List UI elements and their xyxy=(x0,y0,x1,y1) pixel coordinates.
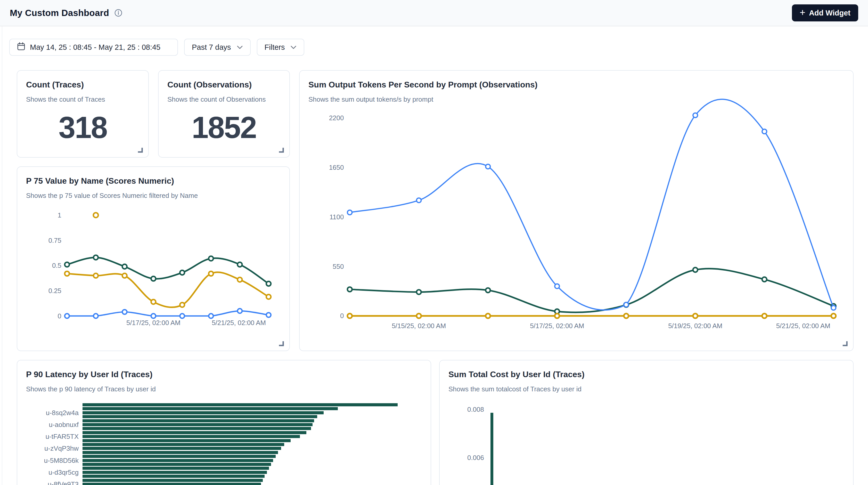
y-axis-category-label: u-d3qr5cg xyxy=(21,468,79,477)
bar[interactable] xyxy=(83,475,265,478)
data-point-score-series-blue[interactable] xyxy=(94,314,98,319)
data-point-score-series-green[interactable] xyxy=(122,264,127,269)
bar[interactable] xyxy=(83,439,290,442)
data-point-score-series-green[interactable] xyxy=(94,255,98,260)
data-point-score-series-gold[interactable] xyxy=(238,277,242,282)
bar[interactable] xyxy=(83,467,269,470)
data-point-prompt-series-green[interactable] xyxy=(762,277,767,282)
x-axis-tick-label: 5/21/25, 02:00 AM xyxy=(212,319,266,326)
y-axis-tick-label: 0 xyxy=(340,312,344,320)
data-point-prompt-series-blue[interactable] xyxy=(624,302,628,307)
data-point-score-single-point-gold[interactable] xyxy=(93,213,98,218)
data-point-score-series-gold[interactable] xyxy=(267,295,271,299)
time-preset-dropdown[interactable]: Past 7 days xyxy=(184,39,251,56)
date-range-picker[interactable]: May 14, 25 : 08:45 - May 21, 25 : 08:45 xyxy=(9,39,178,56)
filters-label: Filters xyxy=(265,43,285,52)
bar[interactable] xyxy=(83,427,311,430)
data-point-score-series-gold[interactable] xyxy=(94,273,98,278)
data-point-prompt-series-gold[interactable] xyxy=(416,314,421,319)
line-chart-p75-by-name[interactable]: 10.750.50.2505/17/25, 02:00 AM5/21/25, 0… xyxy=(17,167,289,351)
bar[interactable] xyxy=(83,455,276,458)
resize-handle-icon[interactable] xyxy=(277,146,285,153)
y-axis-tick-label: 0.006 xyxy=(440,454,484,462)
data-point-score-series-green[interactable] xyxy=(267,281,271,286)
bar[interactable] xyxy=(83,403,398,406)
data-point-score-series-blue[interactable] xyxy=(267,313,271,317)
data-point-score-series-blue[interactable] xyxy=(209,314,213,319)
filters-dropdown[interactable]: Filters xyxy=(257,39,305,56)
bar[interactable] xyxy=(83,423,313,426)
data-point-score-series-green[interactable] xyxy=(65,262,69,267)
data-point-prompt-series-blue[interactable] xyxy=(347,210,352,215)
bar[interactable] xyxy=(83,431,306,434)
data-point-score-series-gold[interactable] xyxy=(209,271,213,276)
bar[interactable] xyxy=(83,459,273,462)
time-preset-value: Past 7 days xyxy=(192,43,231,52)
x-axis-tick-label: 5/15/25, 02:00 AM xyxy=(392,322,446,329)
data-point-score-series-blue[interactable] xyxy=(122,310,127,314)
bar[interactable] xyxy=(83,471,267,474)
resize-handle-icon[interactable] xyxy=(841,340,848,347)
data-point-prompt-series-gold[interactable] xyxy=(555,314,559,319)
data-point-prompt-series-green[interactable] xyxy=(486,288,490,293)
y-axis-tick-label: 1650 xyxy=(329,164,344,171)
info-icon[interactable] xyxy=(114,9,123,17)
data-point-score-series-green[interactable] xyxy=(180,270,185,275)
y-axis-category-label: u-5M8D56k xyxy=(21,457,79,465)
data-point-prompt-series-gold[interactable] xyxy=(762,314,767,319)
data-point-prompt-series-blue[interactable] xyxy=(555,284,559,289)
add-widget-button[interactable]: + Add Widget xyxy=(792,4,858,22)
data-point-prompt-series-gold[interactable] xyxy=(347,314,352,319)
data-point-score-series-gold[interactable] xyxy=(122,273,127,278)
y-axis-tick-label: 1100 xyxy=(330,213,344,220)
data-point-score-series-gold[interactable] xyxy=(180,303,185,307)
bar[interactable] xyxy=(491,413,493,485)
data-point-prompt-series-blue[interactable] xyxy=(831,305,836,310)
data-point-prompt-series-green[interactable] xyxy=(347,287,352,292)
data-point-score-series-blue[interactable] xyxy=(151,314,156,319)
x-axis-tick-label: 5/21/25, 02:00 AM xyxy=(776,322,830,329)
resize-handle-icon[interactable] xyxy=(277,340,285,347)
widget-title: Count (Traces) xyxy=(26,80,140,90)
data-point-prompt-series-gold[interactable] xyxy=(624,314,628,319)
data-point-prompt-series-blue[interactable] xyxy=(486,164,490,169)
data-point-prompt-series-blue[interactable] xyxy=(762,129,767,134)
y-axis-category-label: u-8fVe9T3 xyxy=(21,480,79,485)
data-point-score-series-green[interactable] xyxy=(209,256,213,261)
bar[interactable] xyxy=(83,463,271,466)
data-point-score-series-green[interactable] xyxy=(151,276,156,281)
bar[interactable] xyxy=(83,411,323,414)
bar[interactable] xyxy=(83,451,278,454)
data-point-score-series-gold[interactable] xyxy=(65,271,69,276)
bar[interactable] xyxy=(83,479,263,482)
data-point-score-series-blue[interactable] xyxy=(180,314,185,319)
bar[interactable] xyxy=(83,483,261,485)
bar[interactable] xyxy=(83,415,317,418)
chevron-down-icon xyxy=(237,46,243,49)
data-point-score-series-blue[interactable] xyxy=(238,308,242,313)
data-point-prompt-series-green[interactable] xyxy=(416,290,421,294)
data-point-score-series-blue[interactable] xyxy=(65,314,69,319)
data-point-prompt-series-blue[interactable] xyxy=(693,113,698,118)
bar[interactable] xyxy=(83,435,300,438)
bar[interactable] xyxy=(83,447,281,450)
y-axis-tick-label: 550 xyxy=(333,263,344,270)
data-point-prompt-series-gold[interactable] xyxy=(831,314,836,319)
data-point-prompt-series-gold[interactable] xyxy=(693,314,698,319)
widget-subtitle: Shows the count of Observations xyxy=(167,95,281,103)
bar-chart-p90-latency[interactable] xyxy=(83,403,423,485)
bar[interactable] xyxy=(83,443,284,446)
data-point-prompt-series-green[interactable] xyxy=(693,268,698,272)
data-point-prompt-series-blue[interactable] xyxy=(416,198,421,203)
data-point-score-series-gold[interactable] xyxy=(151,300,156,304)
resize-handle-icon[interactable] xyxy=(136,146,144,153)
data-point-prompt-series-gold[interactable] xyxy=(486,314,490,319)
count-traces-value: 318 xyxy=(17,110,148,145)
bar[interactable] xyxy=(83,419,314,422)
widget-sum-total-cost: Sum Total Cost by User Id (Traces) Shows… xyxy=(439,360,854,485)
data-point-score-series-green[interactable] xyxy=(238,262,242,267)
line-chart-tokens-by-prompt[interactable]: 22001650110055005/15/25, 02:00 AM5/17/25… xyxy=(300,71,853,351)
y-axis-tick-label: 1 xyxy=(58,212,61,219)
bar[interactable] xyxy=(83,407,338,410)
y-axis-tick-label: 0 xyxy=(58,312,61,320)
